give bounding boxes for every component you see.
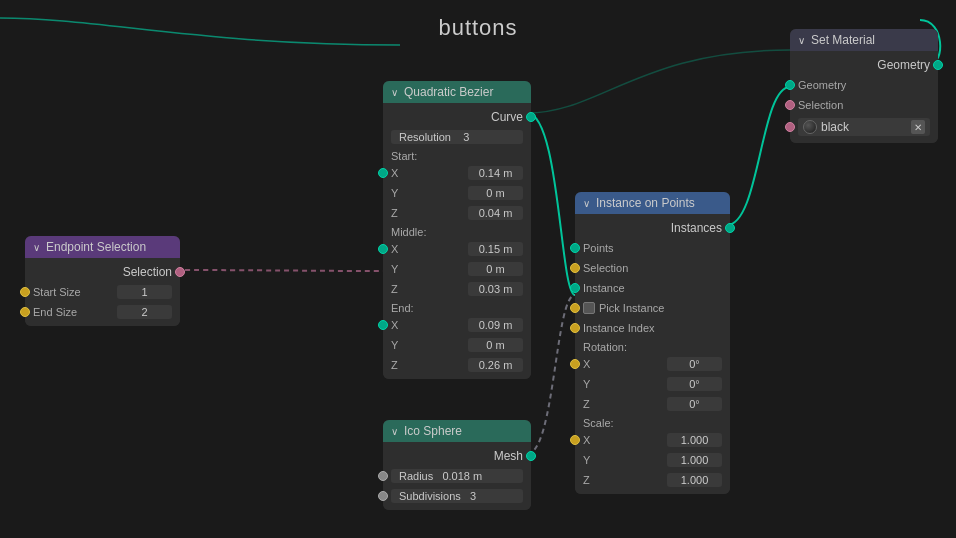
radius-row[interactable]: Radius 0.018 m [383,466,531,486]
set-material-selection-socket[interactable] [785,100,795,110]
curve-output-label: Curve [491,110,523,124]
start-x-row: X 0.14 m [383,163,531,183]
start-z-value[interactable]: 0.04 m [468,206,523,220]
endpoint-selection-header[interactable]: ∨ Endpoint Selection [25,236,180,258]
subdivisions-field[interactable]: Subdivisions 3 [391,489,523,503]
points-input-row: Points [575,238,730,258]
mid-y-row: Y 0 m [383,259,531,279]
mid-z-row: Z 0.03 m [383,279,531,299]
set-material-header[interactable]: ∨ Set Material [790,29,938,51]
mesh-output-label: Mesh [494,449,523,463]
chevron-icon: ∨ [33,242,40,253]
rot-y-label: Y [583,378,667,390]
mid-z-value[interactable]: 0.03 m [468,282,523,296]
instance-index-row: Instance Index [575,318,730,338]
curve-output-socket[interactable] [526,112,536,122]
end-z-label: Z [391,359,468,371]
quadratic-bezier-header[interactable]: ∨ Quadratic Bezier [383,81,531,103]
start-size-socket[interactable] [20,287,30,297]
geometry-input-row: Geometry [790,75,938,95]
rot-x-value[interactable]: 0° [667,357,722,371]
instances-output-socket[interactable] [725,223,735,233]
geometry-output-label: Geometry [877,58,930,72]
selection-output-socket[interactable] [175,267,185,277]
ico-sphere-node: ∨ Ico Sphere Mesh Radius 0.018 m Subdivi… [383,420,531,510]
material-swatch[interactable]: black ✕ [798,118,930,136]
instance-index-label: Instance Index [583,322,722,334]
instance-index-socket[interactable] [570,323,580,333]
instance-on-points-header[interactable]: ∨ Instance on Points [575,192,730,214]
geometry-input-socket[interactable] [785,80,795,90]
mid-y-label: Y [391,263,468,275]
material-name: black [821,120,849,134]
start-y-row: Y 0 m [383,183,531,203]
resolution-row[interactable]: Resolution 3 [383,127,531,147]
end-x-socket[interactable] [378,320,388,330]
set-material-node: ∨ Set Material Geometry Geometry Selecti… [790,29,938,143]
instance-label: Instance [583,282,722,294]
scale-y-value[interactable]: 1.000 [667,453,722,467]
scale-x-row: X 1.000 [575,430,730,450]
start-y-label: Y [391,187,468,199]
selection-input-socket[interactable] [570,263,580,273]
mesh-output-socket[interactable] [526,451,536,461]
start-size-value[interactable]: 1 [117,285,172,299]
rotation-section-label: Rotation: [575,338,730,354]
points-socket[interactable] [570,243,580,253]
end-x-label: X [391,319,468,331]
start-x-socket[interactable] [378,168,388,178]
rot-y-value[interactable]: 0° [667,377,722,391]
start-size-label: Start Size [33,286,117,298]
scale-z-value[interactable]: 1.000 [667,473,722,487]
material-socket[interactable] [785,122,795,132]
start-size-row: Start Size 1 [25,282,180,302]
end-y-value[interactable]: 0 m [468,338,523,352]
radius-socket[interactable] [378,471,388,481]
start-y-value[interactable]: 0 m [468,186,523,200]
end-x-value[interactable]: 0.09 m [468,318,523,332]
selection-input-row: Selection [575,258,730,278]
rot-z-label: Z [583,398,667,410]
pick-instance-socket[interactable] [570,303,580,313]
instance-on-points-title: Instance on Points [596,196,695,210]
rot-z-value[interactable]: 0° [667,397,722,411]
start-z-row: Z 0.04 m [383,203,531,223]
mid-x-socket[interactable] [378,244,388,254]
scale-section-label: Scale: [575,414,730,430]
subdivisions-socket[interactable] [378,491,388,501]
selection-input-label: Selection [583,262,722,274]
instance-on-points-node: ∨ Instance on Points Instances Points Se… [575,192,730,494]
end-size-value[interactable]: 2 [117,305,172,319]
end-y-label: Y [391,339,468,351]
pick-instance-label: Pick Instance [599,302,722,314]
points-label: Points [583,242,722,254]
end-z-value[interactable]: 0.26 m [468,358,523,372]
start-x-label: X [391,167,468,179]
end-size-label: End Size [33,306,117,318]
rot-x-socket[interactable] [570,359,580,369]
chevron-icon: ∨ [798,35,805,46]
subdivisions-row[interactable]: Subdivisions 3 [383,486,531,506]
ico-sphere-header[interactable]: ∨ Ico Sphere [383,420,531,442]
resolution-field[interactable]: Resolution 3 [391,130,523,144]
mid-x-value[interactable]: 0.15 m [468,242,523,256]
scale-x-socket[interactable] [570,435,580,445]
selection-output-row: Selection [25,262,180,282]
end-size-socket[interactable] [20,307,30,317]
radius-field[interactable]: Radius 0.018 m [391,469,523,483]
curve-output-row: Curve [383,107,531,127]
geometry-output-socket[interactable] [933,60,943,70]
material-remove-button[interactable]: ✕ [911,120,925,134]
scale-x-label: X [583,434,667,446]
chevron-icon: ∨ [583,198,590,209]
instance-socket[interactable] [570,283,580,293]
scale-z-row: Z 1.000 [575,470,730,490]
instances-output-label: Instances [671,221,722,235]
mid-y-value[interactable]: 0 m [468,262,523,276]
scale-x-value[interactable]: 1.000 [667,433,722,447]
instance-input-row: Instance [575,278,730,298]
geometry-output-row: Geometry [790,55,938,75]
pick-instance-checkbox[interactable] [583,302,595,314]
instances-output-row: Instances [575,218,730,238]
start-x-value[interactable]: 0.14 m [468,166,523,180]
